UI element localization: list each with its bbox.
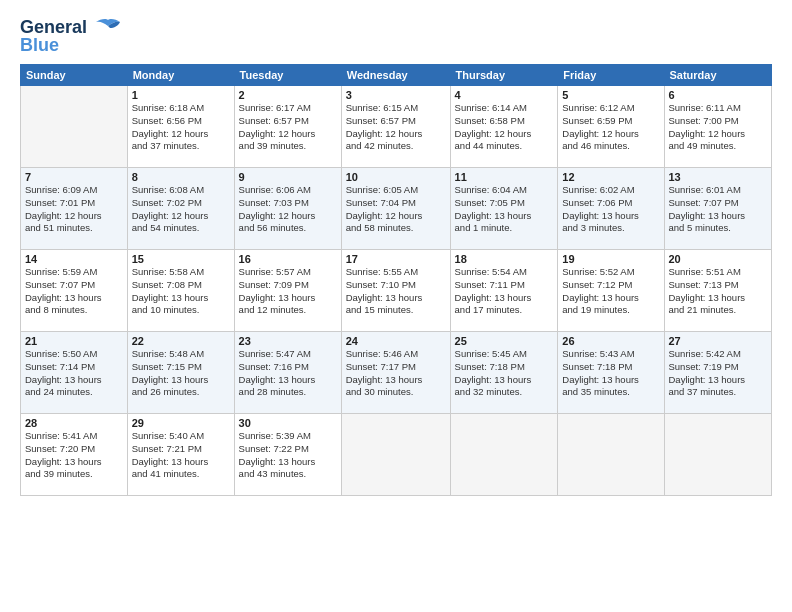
calendar-cell: 18Sunrise: 5:54 AM Sunset: 7:11 PM Dayli…	[450, 250, 558, 332]
calendar-cell	[450, 414, 558, 496]
day-number: 10	[346, 171, 446, 183]
day-info: Sunrise: 5:54 AM Sunset: 7:11 PM Dayligh…	[455, 266, 554, 317]
calendar-cell: 30Sunrise: 5:39 AM Sunset: 7:22 PM Dayli…	[234, 414, 341, 496]
day-number: 23	[239, 335, 337, 347]
day-info: Sunrise: 5:55 AM Sunset: 7:10 PM Dayligh…	[346, 266, 446, 317]
day-number: 28	[25, 417, 123, 429]
calendar-cell: 26Sunrise: 5:43 AM Sunset: 7:18 PM Dayli…	[558, 332, 664, 414]
day-info: Sunrise: 5:59 AM Sunset: 7:07 PM Dayligh…	[25, 266, 123, 317]
day-number: 6	[669, 89, 768, 101]
day-info: Sunrise: 5:41 AM Sunset: 7:20 PM Dayligh…	[25, 430, 123, 481]
day-info: Sunrise: 5:52 AM Sunset: 7:12 PM Dayligh…	[562, 266, 659, 317]
day-info: Sunrise: 6:04 AM Sunset: 7:05 PM Dayligh…	[455, 184, 554, 235]
calendar-cell: 11Sunrise: 6:04 AM Sunset: 7:05 PM Dayli…	[450, 168, 558, 250]
day-number: 27	[669, 335, 768, 347]
header: General Blue	[20, 18, 772, 56]
day-number: 24	[346, 335, 446, 347]
calendar-cell: 12Sunrise: 6:02 AM Sunset: 7:06 PM Dayli…	[558, 168, 664, 250]
day-number: 26	[562, 335, 659, 347]
day-number: 3	[346, 89, 446, 101]
calendar-cell	[558, 414, 664, 496]
calendar-cell: 22Sunrise: 5:48 AM Sunset: 7:15 PM Dayli…	[127, 332, 234, 414]
day-number: 29	[132, 417, 230, 429]
day-info: Sunrise: 6:17 AM Sunset: 6:57 PM Dayligh…	[239, 102, 337, 153]
day-number: 15	[132, 253, 230, 265]
day-info: Sunrise: 6:01 AM Sunset: 7:07 PM Dayligh…	[669, 184, 768, 235]
day-info: Sunrise: 6:11 AM Sunset: 7:00 PM Dayligh…	[669, 102, 768, 153]
weekday-header: Monday	[127, 65, 234, 86]
day-number: 16	[239, 253, 337, 265]
calendar-cell: 8Sunrise: 6:08 AM Sunset: 7:02 PM Daylig…	[127, 168, 234, 250]
calendar-cell: 23Sunrise: 5:47 AM Sunset: 7:16 PM Dayli…	[234, 332, 341, 414]
day-number: 22	[132, 335, 230, 347]
day-info: Sunrise: 5:43 AM Sunset: 7:18 PM Dayligh…	[562, 348, 659, 399]
calendar: SundayMondayTuesdayWednesdayThursdayFrid…	[20, 64, 772, 496]
day-number: 17	[346, 253, 446, 265]
calendar-cell: 2Sunrise: 6:17 AM Sunset: 6:57 PM Daylig…	[234, 86, 341, 168]
calendar-cell: 5Sunrise: 6:12 AM Sunset: 6:59 PM Daylig…	[558, 86, 664, 168]
calendar-cell: 17Sunrise: 5:55 AM Sunset: 7:10 PM Dayli…	[341, 250, 450, 332]
calendar-cell: 7Sunrise: 6:09 AM Sunset: 7:01 PM Daylig…	[21, 168, 128, 250]
calendar-cell: 10Sunrise: 6:05 AM Sunset: 7:04 PM Dayli…	[341, 168, 450, 250]
weekday-header: Wednesday	[341, 65, 450, 86]
day-number: 18	[455, 253, 554, 265]
calendar-cell: 4Sunrise: 6:14 AM Sunset: 6:58 PM Daylig…	[450, 86, 558, 168]
calendar-cell	[664, 414, 772, 496]
calendar-cell: 29Sunrise: 5:40 AM Sunset: 7:21 PM Dayli…	[127, 414, 234, 496]
calendar-cell: 19Sunrise: 5:52 AM Sunset: 7:12 PM Dayli…	[558, 250, 664, 332]
day-number: 1	[132, 89, 230, 101]
calendar-cell: 1Sunrise: 6:18 AM Sunset: 6:56 PM Daylig…	[127, 86, 234, 168]
day-number: 20	[669, 253, 768, 265]
day-number: 4	[455, 89, 554, 101]
day-info: Sunrise: 5:42 AM Sunset: 7:19 PM Dayligh…	[669, 348, 768, 399]
day-info: Sunrise: 6:14 AM Sunset: 6:58 PM Dayligh…	[455, 102, 554, 153]
day-info: Sunrise: 6:18 AM Sunset: 6:56 PM Dayligh…	[132, 102, 230, 153]
day-info: Sunrise: 6:02 AM Sunset: 7:06 PM Dayligh…	[562, 184, 659, 235]
day-info: Sunrise: 5:46 AM Sunset: 7:17 PM Dayligh…	[346, 348, 446, 399]
day-info: Sunrise: 6:12 AM Sunset: 6:59 PM Dayligh…	[562, 102, 659, 153]
weekday-header: Saturday	[664, 65, 772, 86]
calendar-cell: 9Sunrise: 6:06 AM Sunset: 7:03 PM Daylig…	[234, 168, 341, 250]
day-number: 11	[455, 171, 554, 183]
calendar-cell: 21Sunrise: 5:50 AM Sunset: 7:14 PM Dayli…	[21, 332, 128, 414]
day-info: Sunrise: 5:45 AM Sunset: 7:18 PM Dayligh…	[455, 348, 554, 399]
day-number: 13	[669, 171, 768, 183]
calendar-cell: 16Sunrise: 5:57 AM Sunset: 7:09 PM Dayli…	[234, 250, 341, 332]
calendar-cell	[341, 414, 450, 496]
day-number: 9	[239, 171, 337, 183]
calendar-cell: 25Sunrise: 5:45 AM Sunset: 7:18 PM Dayli…	[450, 332, 558, 414]
day-number: 5	[562, 89, 659, 101]
logo: General Blue	[20, 18, 122, 56]
calendar-cell: 24Sunrise: 5:46 AM Sunset: 7:17 PM Dayli…	[341, 332, 450, 414]
day-info: Sunrise: 5:58 AM Sunset: 7:08 PM Dayligh…	[132, 266, 230, 317]
weekday-header: Sunday	[21, 65, 128, 86]
day-number: 21	[25, 335, 123, 347]
day-info: Sunrise: 5:57 AM Sunset: 7:09 PM Dayligh…	[239, 266, 337, 317]
day-number: 8	[132, 171, 230, 183]
day-info: Sunrise: 5:40 AM Sunset: 7:21 PM Dayligh…	[132, 430, 230, 481]
day-info: Sunrise: 6:05 AM Sunset: 7:04 PM Dayligh…	[346, 184, 446, 235]
weekday-header: Tuesday	[234, 65, 341, 86]
day-number: 2	[239, 89, 337, 101]
day-info: Sunrise: 6:08 AM Sunset: 7:02 PM Dayligh…	[132, 184, 230, 235]
weekday-header: Friday	[558, 65, 664, 86]
calendar-cell: 6Sunrise: 6:11 AM Sunset: 7:00 PM Daylig…	[664, 86, 772, 168]
day-number: 30	[239, 417, 337, 429]
day-info: Sunrise: 5:39 AM Sunset: 7:22 PM Dayligh…	[239, 430, 337, 481]
day-info: Sunrise: 5:50 AM Sunset: 7:14 PM Dayligh…	[25, 348, 123, 399]
calendar-cell	[21, 86, 128, 168]
weekday-header: Thursday	[450, 65, 558, 86]
day-info: Sunrise: 6:15 AM Sunset: 6:57 PM Dayligh…	[346, 102, 446, 153]
calendar-cell: 20Sunrise: 5:51 AM Sunset: 7:13 PM Dayli…	[664, 250, 772, 332]
calendar-cell: 27Sunrise: 5:42 AM Sunset: 7:19 PM Dayli…	[664, 332, 772, 414]
day-info: Sunrise: 5:47 AM Sunset: 7:16 PM Dayligh…	[239, 348, 337, 399]
calendar-cell: 3Sunrise: 6:15 AM Sunset: 6:57 PM Daylig…	[341, 86, 450, 168]
calendar-cell: 15Sunrise: 5:58 AM Sunset: 7:08 PM Dayli…	[127, 250, 234, 332]
page: General Blue SundayMondayTuesdayWednesda…	[0, 0, 792, 612]
day-number: 7	[25, 171, 123, 183]
day-info: Sunrise: 6:09 AM Sunset: 7:01 PM Dayligh…	[25, 184, 123, 235]
day-number: 14	[25, 253, 123, 265]
bird-icon	[94, 18, 122, 38]
day-info: Sunrise: 5:48 AM Sunset: 7:15 PM Dayligh…	[132, 348, 230, 399]
calendar-cell: 14Sunrise: 5:59 AM Sunset: 7:07 PM Dayli…	[21, 250, 128, 332]
